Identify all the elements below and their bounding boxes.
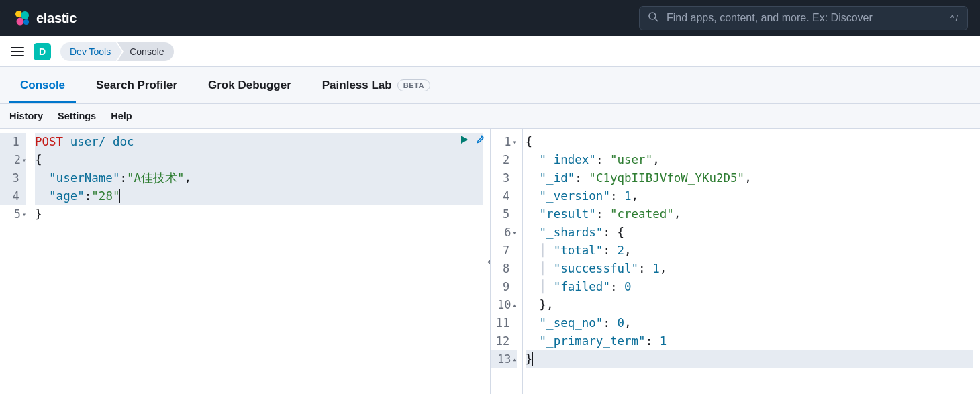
settings-link[interactable]: Settings (58, 111, 96, 121)
brand-text: elastic (36, 11, 77, 26)
console-editors: 1 2▾3 4 5▾ POST user/_doc{ "userName":"A… (0, 129, 980, 394)
breadcrumb: Dev Tools Console (60, 42, 174, 61)
svg-point-3 (23, 19, 29, 25)
global-header: elastic ^/ (0, 0, 980, 36)
elastic-logo-icon (12, 9, 31, 28)
search-input[interactable] (665, 11, 944, 25)
request-actions (460, 134, 485, 147)
request-editor[interactable]: POST user/_doc{ "userName":"A佳技术", "age"… (32, 129, 490, 394)
request-pane: 1 2▾3 4 5▾ POST user/_doc{ "userName":"A… (0, 129, 491, 394)
space-badge[interactable]: D (34, 43, 51, 60)
beta-badge: BETA (397, 79, 430, 91)
svg-line-5 (655, 19, 658, 21)
response-gutter: 1▾2 3 4 5 6▾7 8 9 10▴11 12 13▴ (491, 129, 523, 394)
response-viewer[interactable]: { "_index": "user", "_id": "C1yqbIIBJVfo… (523, 129, 981, 394)
devtools-tabs: ConsoleSearch ProfilerGrok DebuggerPainl… (0, 67, 980, 104)
history-link[interactable]: History (9, 111, 43, 121)
response-pane: 1▾2 3 4 5 6▾7 8 9 10▴11 12 13▴ { "_index… (491, 129, 981, 394)
svg-point-1 (21, 11, 29, 19)
elastic-logo[interactable]: elastic (12, 9, 77, 28)
svg-point-4 (649, 13, 656, 19)
nav-toggle-button[interactable] (11, 47, 24, 56)
console-toolbar: History Settings Help (0, 104, 980, 129)
tab-search-profiler[interactable]: Search Profiler (85, 67, 188, 103)
tab-console[interactable]: Console (9, 67, 76, 103)
search-icon (648, 11, 658, 25)
secondary-nav: D Dev Tools Console (0, 36, 980, 67)
tab-grok-debugger[interactable]: Grok Debugger (197, 67, 302, 103)
breadcrumb-devtools[interactable]: Dev Tools (60, 42, 116, 61)
help-link[interactable]: Help (111, 111, 132, 121)
search-kbd-hint: ^/ (950, 13, 959, 23)
global-search[interactable]: ^/ (639, 6, 968, 30)
run-icon[interactable] (460, 134, 469, 147)
svg-point-2 (17, 18, 24, 26)
wrench-icon[interactable] (475, 134, 485, 147)
request-gutter: 1 2▾3 4 5▾ (0, 129, 32, 394)
breadcrumb-current: Console (117, 42, 173, 61)
tab-painless-lab[interactable]: Painless LabBETA (311, 67, 441, 103)
